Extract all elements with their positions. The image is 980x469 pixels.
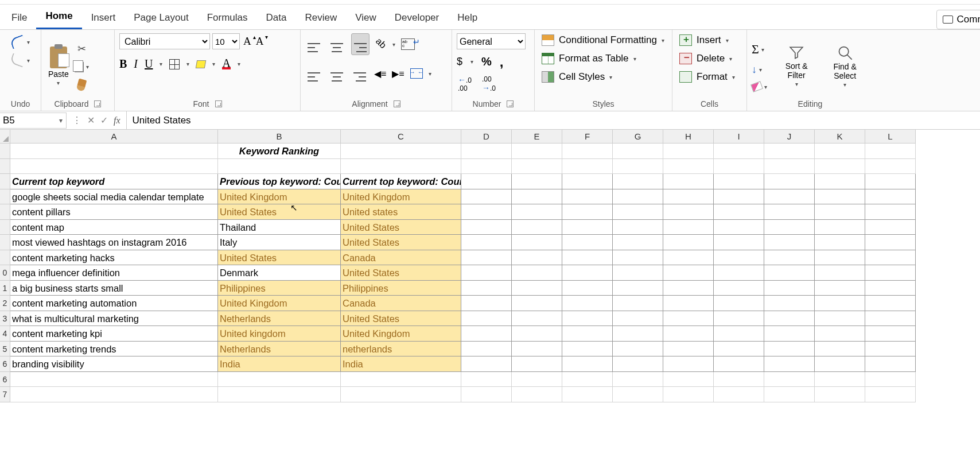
underline-button[interactable]: U — [145, 57, 153, 71]
cell[interactable]: content marketing hacks — [10, 250, 218, 266]
cell[interactable] — [865, 311, 916, 327]
cell[interactable] — [865, 159, 916, 175]
font-color-button[interactable]: A — [222, 59, 230, 69]
cell[interactable] — [714, 250, 764, 266]
cell[interactable]: content map — [10, 220, 218, 235]
comments-button[interactable]: Comme — [936, 10, 980, 29]
row-header[interactable]: 2 — [0, 296, 10, 311]
cell[interactable] — [764, 326, 815, 342]
cell[interactable] — [663, 204, 714, 220]
cell[interactable] — [815, 372, 865, 387]
comma-style-button[interactable]: , — [500, 59, 504, 65]
row-header[interactable] — [0, 235, 10, 250]
name-box[interactable]: B5▾ — [0, 113, 67, 129]
cell[interactable] — [562, 265, 613, 281]
row-header[interactable] — [0, 250, 10, 266]
grow-font-button[interactable]: A — [242, 35, 252, 48]
cell[interactable] — [562, 189, 613, 205]
cell[interactable] — [341, 144, 461, 159]
col-header-G[interactable]: G — [613, 130, 663, 144]
cell[interactable] — [512, 235, 562, 250]
cell[interactable] — [512, 265, 562, 281]
cell[interactable] — [10, 372, 218, 387]
tab-review[interactable]: Review — [295, 7, 346, 29]
alignment-dialog-icon[interactable] — [394, 100, 400, 107]
cell[interactable] — [663, 296, 714, 311]
cell[interactable]: United kingdom — [218, 326, 341, 342]
cell[interactable] — [562, 311, 613, 327]
cell[interactable] — [663, 372, 714, 387]
cell[interactable] — [714, 311, 764, 327]
paste-button[interactable]: Paste ▾ — [46, 45, 71, 87]
copy-button[interactable]: ▾ — [75, 62, 89, 72]
tab-view[interactable]: View — [346, 7, 386, 29]
cell[interactable] — [714, 174, 764, 189]
row-header[interactable]: 7 — [0, 387, 10, 402]
row-header[interactable] — [0, 204, 10, 220]
cell[interactable] — [714, 159, 764, 175]
col-header-K[interactable]: K — [815, 130, 865, 144]
col-header-H[interactable]: H — [663, 130, 714, 144]
row-header[interactable]: 4 — [0, 326, 10, 342]
fx-button[interactable]: fx — [111, 115, 123, 126]
cell[interactable] — [865, 265, 916, 281]
cell[interactable] — [461, 159, 512, 175]
cell[interactable] — [512, 159, 562, 175]
cell[interactable] — [512, 220, 562, 235]
cell[interactable] — [764, 356, 815, 372]
expand-button[interactable]: ⋮ — [70, 115, 84, 126]
cell[interactable] — [865, 235, 916, 250]
cell[interactable] — [461, 204, 512, 220]
cell[interactable] — [461, 220, 512, 235]
cell[interactable]: Thailand — [218, 220, 341, 235]
cell[interactable]: United Kingdom — [341, 189, 461, 205]
cell[interactable]: mega influencer definition — [10, 265, 218, 281]
cell[interactable] — [865, 204, 916, 220]
cell[interactable] — [714, 296, 764, 311]
clipboard-dialog-icon[interactable] — [94, 100, 101, 107]
cell[interactable] — [865, 296, 916, 311]
cell[interactable] — [512, 372, 562, 387]
row-header[interactable] — [0, 144, 10, 159]
cell[interactable] — [512, 342, 562, 357]
row-header[interactable]: 6 — [0, 372, 10, 387]
tab-page-layout[interactable]: Page Layout — [125, 7, 197, 29]
cell[interactable] — [562, 326, 613, 342]
cell[interactable] — [461, 326, 512, 342]
cell[interactable]: google sheets social media calendar temp… — [10, 189, 218, 205]
borders-button[interactable] — [169, 59, 180, 69]
cell[interactable] — [562, 144, 613, 159]
cell[interactable] — [461, 387, 512, 402]
currency-button[interactable]: $ — [457, 56, 462, 68]
cell-styles-button[interactable]: Cell Styles ▾ — [539, 70, 615, 84]
cell[interactable]: Current top keyword — [10, 174, 218, 189]
cell[interactable]: Previous top keyword: Country — [218, 174, 341, 189]
cell[interactable]: netherlands — [341, 342, 461, 357]
row-header[interactable] — [0, 159, 10, 175]
cell[interactable] — [714, 204, 764, 220]
redo-button[interactable]: ▾ — [11, 55, 30, 65]
align-bottom-button[interactable] — [351, 33, 370, 55]
cell[interactable]: Philippines — [218, 281, 341, 296]
tab-home[interactable]: Home — [36, 6, 81, 29]
merge-center-button[interactable] — [410, 68, 423, 79]
cell[interactable] — [815, 281, 865, 296]
cell[interactable] — [865, 356, 916, 372]
cell[interactable] — [865, 250, 916, 266]
cell[interactable] — [764, 265, 815, 281]
cell[interactable]: United States — [341, 265, 461, 281]
cell[interactable] — [663, 220, 714, 235]
cell[interactable]: Current top keyword: Country — [341, 174, 461, 189]
enter-button[interactable]: ✓ — [98, 115, 110, 126]
number-dialog-icon[interactable] — [507, 100, 514, 107]
decrease-indent-button[interactable]: ◀≡ — [374, 68, 386, 79]
cell[interactable] — [663, 311, 714, 327]
tab-insert[interactable]: Insert — [82, 7, 125, 29]
cell[interactable] — [714, 356, 764, 372]
cell[interactable] — [461, 311, 512, 327]
cell[interactable] — [613, 372, 663, 387]
cell[interactable] — [714, 387, 764, 402]
cell[interactable] — [865, 326, 916, 342]
cell[interactable] — [865, 387, 916, 402]
cell[interactable] — [613, 387, 663, 402]
